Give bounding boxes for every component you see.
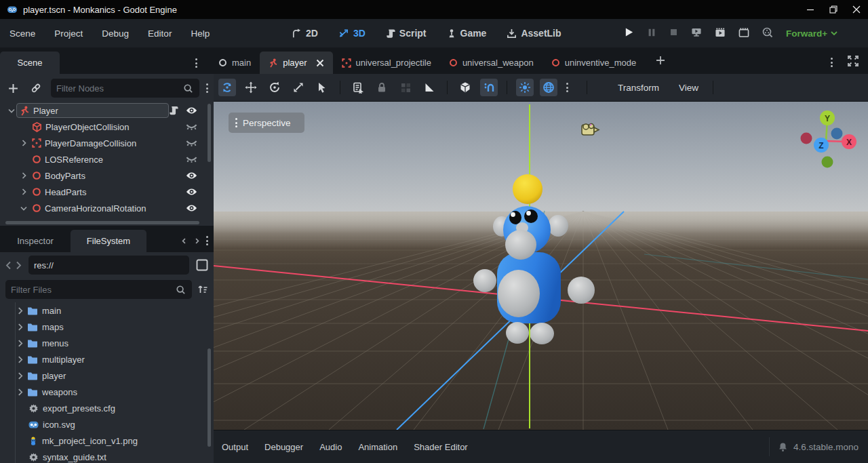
expand-arrow-icon[interactable]	[18, 323, 23, 331]
tab-main[interactable]: main	[210, 52, 260, 74]
lock-button[interactable]	[373, 79, 391, 96]
preview-options-icon[interactable]	[566, 83, 568, 92]
expand-arrow-icon[interactable]	[18, 372, 23, 380]
instance-scene-button[interactable]	[28, 83, 44, 94]
axis-neg-x-ball[interactable]	[801, 133, 812, 144]
tab-list-icon[interactable]	[831, 58, 833, 67]
local-space-button[interactable]	[456, 79, 474, 96]
script-icon[interactable]	[169, 106, 178, 115]
pause-button[interactable]	[647, 28, 656, 39]
tree-row-playerobjectcollision[interactable]: PlayerObjectCollision	[0, 119, 214, 135]
resource-path-field[interactable]: res://	[28, 256, 189, 275]
new-tab-button[interactable]	[656, 56, 665, 67]
group-button[interactable]	[397, 79, 414, 96]
axis-neg-y-ball[interactable]	[822, 157, 833, 168]
close-tab-icon[interactable]	[316, 59, 324, 67]
transform-tool-button[interactable]	[218, 79, 236, 96]
minimize-button[interactable]	[799, 0, 822, 19]
tree-row-headparts[interactable]: HeadParts	[0, 184, 214, 200]
collapse-arrow-icon[interactable]	[19, 206, 28, 211]
tree-row-player[interactable]: Player	[0, 102, 214, 119]
preview-sun-button[interactable]	[516, 79, 534, 96]
play-scene-button[interactable]	[715, 27, 726, 39]
workspace-script[interactable]: Script	[386, 28, 427, 39]
menu-debug[interactable]: Debug	[92, 28, 138, 39]
sort-files-icon[interactable]	[197, 284, 208, 295]
tab-universal-projectile[interactable]: universal_projectile	[333, 52, 440, 74]
panel-shader-editor[interactable]: Shader Editor	[406, 442, 476, 452]
visibility-off-icon[interactable]	[186, 139, 197, 147]
distraction-free-icon[interactable]	[848, 56, 859, 68]
dock-options-icon[interactable]	[206, 236, 208, 245]
scene-tree-options-icon[interactable]	[206, 83, 208, 93]
tab-universal-weapon[interactable]: universal_weapon	[440, 52, 542, 74]
restore-button[interactable]	[822, 0, 845, 19]
vertical-scrollbar[interactable]	[208, 348, 211, 447]
close-button[interactable]	[845, 0, 868, 19]
folder-row-weapons[interactable]: weapons	[0, 384, 214, 400]
expand-arrow-icon[interactable]	[19, 172, 28, 179]
file-row-export-presets[interactable]: export_presets.cfg	[0, 400, 214, 416]
workspace-assetlib[interactable]: AssetLib	[507, 28, 561, 39]
movie-maker-button[interactable]	[762, 27, 773, 40]
workspace-3d[interactable]: 3D	[338, 28, 366, 39]
visibility-off-icon[interactable]	[186, 123, 197, 131]
visibility-on-icon[interactable]	[186, 106, 197, 115]
panel-animation[interactable]: Animation	[350, 442, 406, 452]
panel-audio[interactable]: Audio	[311, 442, 350, 452]
scale-tool-button[interactable]	[290, 79, 307, 96]
play-button[interactable]	[624, 27, 634, 39]
vertical-scrollbar[interactable]	[208, 104, 211, 162]
folder-row-main[interactable]: main	[0, 302, 214, 319]
tab-scroll-right-icon[interactable]	[192, 236, 202, 246]
panel-debugger[interactable]: Debugger	[256, 442, 311, 452]
expand-arrow-icon[interactable]	[19, 188, 28, 195]
renderer-selector[interactable]: Forward+	[786, 28, 837, 39]
folder-row-menus[interactable]: menus	[0, 335, 214, 351]
view-menu[interactable]: View	[672, 83, 705, 93]
workspace-game[interactable]: Game	[447, 28, 487, 39]
projection-menu-button[interactable]: Perspective	[229, 113, 304, 133]
collapse-arrow-icon[interactable]	[7, 108, 16, 113]
inspector-tab[interactable]: Inspector	[0, 230, 71, 252]
panel-output[interactable]: Output	[214, 442, 256, 452]
visibility-off-icon[interactable]	[186, 155, 197, 163]
axis-neg-z-ball[interactable]	[831, 128, 843, 140]
scene-dock-tab[interactable]: Scene	[0, 52, 60, 74]
workspace-2d[interactable]: 2D	[292, 28, 318, 39]
expand-arrow-icon[interactable]	[18, 356, 23, 363]
split-view-icon[interactable]	[196, 259, 208, 271]
tab-player[interactable]: player	[260, 52, 332, 74]
transform-menu[interactable]: Transform	[611, 83, 666, 93]
menu-editor[interactable]: Editor	[138, 28, 181, 39]
select-tool-button[interactable]	[313, 79, 331, 96]
viewport-3d[interactable]: Y X Z Perspective	[214, 102, 868, 430]
move-tool-button[interactable]	[242, 79, 260, 96]
history-forward-icon[interactable]	[16, 261, 22, 270]
filter-files-input[interactable]: Filter Files	[5, 280, 192, 299]
snap-toggle-button[interactable]	[480, 79, 498, 96]
add-node-button[interactable]	[5, 83, 21, 94]
filesystem-tab[interactable]: FileSystem	[71, 230, 146, 252]
expand-arrow-icon[interactable]	[18, 388, 23, 396]
visibility-on-icon[interactable]	[186, 187, 197, 197]
stop-button[interactable]	[669, 28, 678, 39]
tab-scroll-left-icon[interactable]	[179, 236, 189, 246]
menu-project[interactable]: Project	[45, 28, 92, 39]
expand-arrow-icon[interactable]	[19, 140, 28, 146]
horizontal-scrollbar[interactable]	[5, 221, 199, 224]
menu-scene[interactable]: Scene	[0, 28, 45, 39]
tree-row-camerahorizonalrotation[interactable]: CameraHorizonalRotation	[0, 200, 214, 216]
play-custom-scene-button[interactable]	[738, 27, 749, 39]
tab-uninventive-mode[interactable]: uninventive_mode	[542, 52, 646, 74]
file-row-syntax-guide[interactable]: syntax_guide.txt	[0, 449, 214, 463]
expand-arrow-icon[interactable]	[18, 340, 23, 347]
notification-bell-icon[interactable]	[778, 442, 788, 452]
tree-row-bodyparts[interactable]: BodyParts	[0, 167, 214, 184]
visibility-on-icon[interactable]	[186, 171, 197, 180]
history-back-icon[interactable]	[5, 261, 12, 270]
rotate-tool-button[interactable]	[266, 79, 283, 96]
folder-row-player[interactable]: player	[0, 367, 214, 384]
expand-arrow-icon[interactable]	[18, 307, 23, 315]
file-row-mk-project-icon[interactable]: mk_project_icon_v1.png	[0, 432, 214, 449]
